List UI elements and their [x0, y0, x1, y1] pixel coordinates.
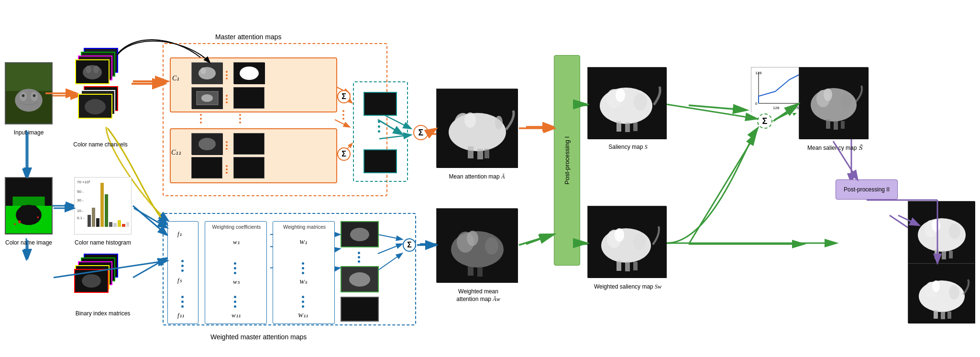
svg-point-58 [31, 205, 37, 213]
svg-point-132 [485, 237, 498, 255]
svg-point-59 [18, 221, 21, 223]
svg-point-89 [495, 116, 503, 129]
svg-point-76 [200, 67, 206, 74]
svg-rect-121 [935, 249, 939, 259]
c11-label: C₁₁ [171, 148, 181, 157]
input-image-box [5, 62, 53, 124]
svg-point-65 [93, 66, 99, 73]
svg-rect-113 [826, 119, 830, 129]
svg-line-161 [519, 234, 553, 245]
svg-rect-142 [633, 262, 638, 270]
svg-line-6 [133, 258, 166, 278]
svg-text:128: 128 [755, 71, 762, 75]
svg-rect-115 [841, 121, 845, 129]
svg-point-73 [82, 274, 101, 288]
svg-point-120 [949, 223, 960, 239]
svg-line-5 [133, 206, 166, 234]
svg-text:128: 128 [773, 106, 780, 110]
svg-rect-141 [625, 262, 630, 271]
input-image-label: Input image [2, 129, 55, 137]
binary-index-matrices-label: Binary index matrices [72, 310, 134, 318]
svg-point-127 [349, 272, 370, 287]
svg-point-57 [20, 205, 26, 213]
svg-rect-133 [468, 265, 473, 276]
saliency-map-label: Saliency map S [587, 144, 669, 151]
svg-rect-114 [834, 121, 838, 130]
big-sum-circle-master: Σ [413, 125, 429, 140]
svg-point-97 [634, 93, 647, 111]
svg-point-119 [932, 219, 940, 232]
weighted-sum-circle: Σ [403, 238, 416, 252]
svg-point-81 [201, 94, 213, 102]
svg-line-29 [689, 134, 756, 244]
weighted-mean-attention-map-label: Weighted mean attention map Āw [433, 288, 524, 303]
svg-point-96 [616, 89, 625, 102]
svg-rect-92 [484, 149, 489, 158]
color-name-image-box [5, 177, 53, 234]
svg-rect-134 [477, 267, 483, 277]
svg-point-61 [37, 216, 39, 218]
mean-attention-map-label: Mean attention map Ā [436, 173, 518, 181]
svg-point-125 [350, 228, 369, 241]
c1-sum-circle: Σ [337, 90, 351, 103]
svg-rect-122 [942, 251, 946, 259]
svg-point-51 [22, 94, 25, 97]
svg-rect-100 [633, 123, 638, 131]
svg-point-112 [840, 93, 852, 109]
svg-point-146 [932, 280, 940, 292]
svg-point-83 [198, 138, 216, 150]
svg-point-138 [615, 228, 624, 242]
svg-point-131 [467, 231, 478, 246]
dashed-sum-circle: Σ [757, 113, 772, 129]
post-processing-I-box: Post-processing I [554, 55, 580, 266]
weighted-master-attention-maps-label: Weighted master attention maps [210, 333, 307, 341]
color-name-image-label: Color name image [0, 239, 57, 247]
svg-point-52 [33, 94, 36, 97]
svg-point-48 [15, 89, 43, 112]
svg-rect-99 [625, 123, 630, 132]
svg-point-87 [464, 112, 476, 128]
svg-line-156 [134, 208, 166, 227]
svg-point-60 [14, 223, 16, 225]
svg-rect-123 [949, 251, 953, 258]
svg-rect-148 [934, 310, 938, 319]
master-attention-maps-label: Master attention maps [215, 33, 282, 41]
weighted-saliency-map-label: Weighted saliency map Sw [586, 283, 670, 291]
post-processing-II-box: Post-processing II [836, 179, 898, 200]
c11-sum-circle: Σ [337, 147, 351, 161]
color-name-channels-label: Color name channels [72, 141, 129, 149]
diagram-container: Input image Color name image [0, 0, 980, 357]
svg-rect-149 [941, 312, 945, 319]
svg-rect-140 [617, 260, 621, 271]
svg-line-25 [526, 234, 552, 244]
svg-point-147 [949, 285, 959, 300]
teal-collect-box [353, 81, 408, 182]
svg-point-78 [240, 67, 259, 80]
svg-rect-98 [617, 121, 621, 132]
svg-line-158 [429, 129, 435, 133]
svg-rect-90 [468, 146, 473, 158]
svg-point-63 [83, 65, 102, 79]
c1-label: C₁ [172, 74, 179, 83]
svg-point-64 [86, 66, 91, 73]
svg-point-111 [824, 89, 832, 101]
svg-line-164 [667, 104, 757, 119]
svg-point-139 [633, 234, 646, 250]
mean-saliency-map-label: Mean saliency map S̄ [798, 145, 872, 152]
svg-line-28 [689, 105, 746, 110]
svg-rect-91 [477, 149, 483, 159]
color-name-histogram-label: Color name histogram [72, 239, 134, 247]
svg-point-71 [85, 99, 106, 114]
svg-rect-150 [947, 312, 951, 319]
svg-text:0: 0 [755, 101, 758, 106]
